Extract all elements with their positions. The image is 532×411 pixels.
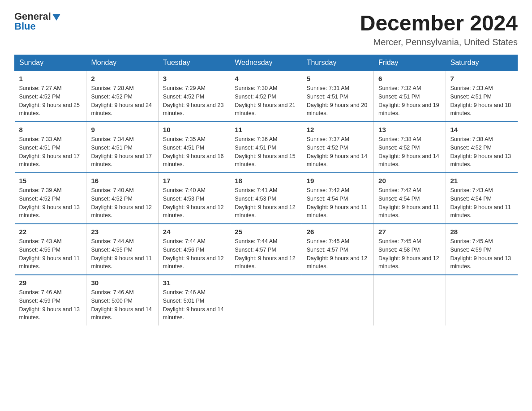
day-info: Sunrise: 7:32 AMSunset: 4:51 PMDaylight:… <box>378 84 441 118</box>
day-number: 25 <box>235 228 297 235</box>
day-info: Sunrise: 7:44 AMSunset: 4:56 PMDaylight:… <box>163 237 225 271</box>
col-wednesday: Wednesday <box>230 55 302 71</box>
calendar-cell: 21 Sunrise: 7:43 AMSunset: 4:54 PMDaylig… <box>446 173 517 224</box>
calendar-cell: 12 Sunrise: 7:37 AMSunset: 4:52 PMDaylig… <box>302 122 373 173</box>
day-info: Sunrise: 7:38 AMSunset: 4:52 PMDaylight:… <box>378 135 441 169</box>
day-number: 8 <box>19 126 82 133</box>
logo-line2: Blue <box>14 21 36 32</box>
day-number: 27 <box>378 228 441 235</box>
calendar-cell: 18 Sunrise: 7:41 AMSunset: 4:53 PMDaylig… <box>230 173 302 224</box>
day-info: Sunrise: 7:41 AMSunset: 4:53 PMDaylight:… <box>235 186 297 220</box>
day-number: 5 <box>307 75 369 82</box>
calendar-cell: 1 Sunrise: 7:27 AMSunset: 4:52 PMDayligh… <box>15 71 86 122</box>
day-number: 12 <box>307 126 369 133</box>
col-tuesday: Tuesday <box>158 55 230 71</box>
day-info: Sunrise: 7:40 AMSunset: 4:53 PMDaylight:… <box>163 186 225 220</box>
day-info: Sunrise: 7:35 AMSunset: 4:51 PMDaylight:… <box>163 135 225 169</box>
calendar-cell: 7 Sunrise: 7:33 AMSunset: 4:51 PMDayligh… <box>446 71 517 122</box>
title-block: December 2024 Mercer, Pennsylvania, Unit… <box>360 11 518 47</box>
day-info: Sunrise: 7:42 AMSunset: 4:54 PMDaylight:… <box>307 186 369 220</box>
day-number: 29 <box>19 279 82 287</box>
day-info: Sunrise: 7:33 AMSunset: 4:51 PMDaylight:… <box>19 135 82 169</box>
calendar-cell: 2 Sunrise: 7:28 AMSunset: 4:52 PMDayligh… <box>86 71 158 122</box>
month-title: December 2024 <box>360 11 518 35</box>
calendar-cell <box>230 275 302 325</box>
day-info: Sunrise: 7:34 AMSunset: 4:51 PMDaylight:… <box>91 135 153 169</box>
day-number: 1 <box>19 75 82 82</box>
calendar-cell: 8 Sunrise: 7:33 AMSunset: 4:51 PMDayligh… <box>15 122 86 173</box>
day-info: Sunrise: 7:38 AMSunset: 4:52 PMDaylight:… <box>450 135 513 169</box>
day-info: Sunrise: 7:33 AMSunset: 4:51 PMDaylight:… <box>450 84 513 118</box>
col-sunday: Sunday <box>15 55 86 71</box>
calendar-cell: 30 Sunrise: 7:46 AMSunset: 5:00 PMDaylig… <box>86 275 158 325</box>
day-info: Sunrise: 7:43 AMSunset: 4:54 PMDaylight:… <box>450 186 513 220</box>
day-info: Sunrise: 7:29 AMSunset: 4:52 PMDaylight:… <box>163 84 225 118</box>
day-number: 21 <box>450 177 513 184</box>
col-thursday: Thursday <box>302 55 373 71</box>
day-info: Sunrise: 7:30 AMSunset: 4:52 PMDaylight:… <box>235 84 297 118</box>
week-row-3: 15 Sunrise: 7:39 AMSunset: 4:52 PMDaylig… <box>15 173 518 224</box>
day-info: Sunrise: 7:27 AMSunset: 4:52 PMDaylight:… <box>19 84 82 118</box>
day-number: 13 <box>378 126 441 133</box>
day-info: Sunrise: 7:46 AMSunset: 5:00 PMDaylight:… <box>91 288 153 322</box>
day-number: 6 <box>378 75 441 82</box>
calendar-cell <box>446 275 517 325</box>
day-number: 15 <box>19 177 82 184</box>
calendar-cell: 16 Sunrise: 7:40 AMSunset: 4:52 PMDaylig… <box>86 173 158 224</box>
location: Mercer, Pennsylvania, United States <box>360 37 518 47</box>
day-number: 20 <box>378 177 441 184</box>
calendar-cell: 5 Sunrise: 7:31 AMSunset: 4:51 PMDayligh… <box>302 71 373 122</box>
day-info: Sunrise: 7:45 AMSunset: 4:57 PMDaylight:… <box>307 237 369 271</box>
calendar-cell: 29 Sunrise: 7:46 AMSunset: 4:59 PMDaylig… <box>15 275 86 325</box>
day-info: Sunrise: 7:42 AMSunset: 4:54 PMDaylight:… <box>378 186 441 220</box>
day-number: 18 <box>235 177 297 184</box>
day-number: 26 <box>307 228 369 235</box>
week-row-4: 22 Sunrise: 7:43 AMSunset: 4:55 PMDaylig… <box>15 224 518 275</box>
day-info: Sunrise: 7:44 AMSunset: 4:55 PMDaylight:… <box>91 237 153 271</box>
calendar-cell: 4 Sunrise: 7:30 AMSunset: 4:52 PMDayligh… <box>230 71 302 122</box>
day-number: 23 <box>91 228 153 235</box>
day-number: 24 <box>163 228 225 235</box>
calendar-cell: 24 Sunrise: 7:44 AMSunset: 4:56 PMDaylig… <box>158 224 230 275</box>
day-number: 16 <box>91 177 153 184</box>
day-info: Sunrise: 7:36 AMSunset: 4:51 PMDaylight:… <box>235 135 297 169</box>
day-info: Sunrise: 7:46 AMSunset: 4:59 PMDaylight:… <box>19 288 82 322</box>
day-number: 7 <box>450 75 513 82</box>
col-saturday: Saturday <box>446 55 517 71</box>
day-number: 9 <box>91 126 153 133</box>
page-header: General Blue December 2024 Mercer, Penns… <box>14 11 518 47</box>
calendar-cell: 17 Sunrise: 7:40 AMSunset: 4:53 PMDaylig… <box>158 173 230 224</box>
calendar-cell: 28 Sunrise: 7:45 AMSunset: 4:59 PMDaylig… <box>446 224 517 275</box>
calendar-cell <box>302 275 373 325</box>
day-info: Sunrise: 7:40 AMSunset: 4:52 PMDaylight:… <box>91 186 153 220</box>
day-number: 2 <box>91 75 153 82</box>
calendar-cell: 14 Sunrise: 7:38 AMSunset: 4:52 PMDaylig… <box>446 122 517 173</box>
day-info: Sunrise: 7:45 AMSunset: 4:59 PMDaylight:… <box>450 237 513 271</box>
day-info: Sunrise: 7:37 AMSunset: 4:52 PMDaylight:… <box>307 135 369 169</box>
weekday-header-row: Sunday Monday Tuesday Wednesday Thursday… <box>15 55 518 71</box>
day-info: Sunrise: 7:28 AMSunset: 4:52 PMDaylight:… <box>91 84 153 118</box>
day-number: 22 <box>19 228 82 235</box>
calendar-cell: 19 Sunrise: 7:42 AMSunset: 4:54 PMDaylig… <box>302 173 373 224</box>
calendar-cell: 31 Sunrise: 7:46 AMSunset: 5:01 PMDaylig… <box>158 275 230 325</box>
calendar-cell <box>374 275 446 325</box>
calendar-cell: 26 Sunrise: 7:45 AMSunset: 4:57 PMDaylig… <box>302 224 373 275</box>
day-number: 14 <box>450 126 513 133</box>
logo: General Blue <box>14 11 60 32</box>
day-number: 4 <box>235 75 297 82</box>
week-row-2: 8 Sunrise: 7:33 AMSunset: 4:51 PMDayligh… <box>15 122 518 173</box>
day-info: Sunrise: 7:45 AMSunset: 4:58 PMDaylight:… <box>378 237 441 271</box>
day-number: 17 <box>163 177 225 184</box>
calendar-cell: 20 Sunrise: 7:42 AMSunset: 4:54 PMDaylig… <box>374 173 446 224</box>
day-number: 10 <box>163 126 225 133</box>
day-number: 30 <box>91 279 153 287</box>
calendar-cell: 27 Sunrise: 7:45 AMSunset: 4:58 PMDaylig… <box>374 224 446 275</box>
calendar-cell: 13 Sunrise: 7:38 AMSunset: 4:52 PMDaylig… <box>374 122 446 173</box>
day-number: 3 <box>163 75 225 82</box>
day-number: 19 <box>307 177 369 184</box>
calendar-cell: 15 Sunrise: 7:39 AMSunset: 4:52 PMDaylig… <box>15 173 86 224</box>
calendar-cell: 11 Sunrise: 7:36 AMSunset: 4:51 PMDaylig… <box>230 122 302 173</box>
calendar-cell: 9 Sunrise: 7:34 AMSunset: 4:51 PMDayligh… <box>86 122 158 173</box>
week-row-1: 1 Sunrise: 7:27 AMSunset: 4:52 PMDayligh… <box>15 71 518 122</box>
col-monday: Monday <box>86 55 158 71</box>
